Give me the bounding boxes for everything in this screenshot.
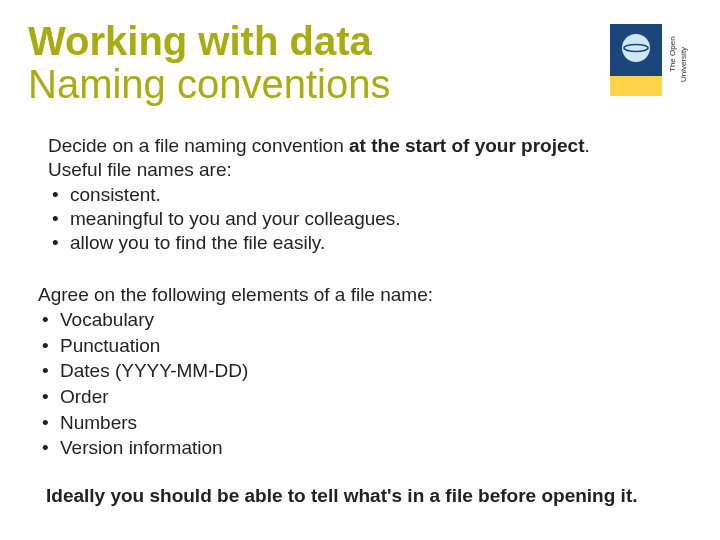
list-item: Punctuation bbox=[38, 333, 678, 359]
list-item: Dates (YYYY-MM-DD) bbox=[38, 358, 678, 384]
section-useful-names: Decide on a file naming convention at th… bbox=[48, 134, 688, 256]
list-item: consistent. bbox=[48, 183, 688, 207]
svg-rect-3 bbox=[610, 76, 662, 96]
svg-point-1 bbox=[622, 34, 650, 62]
list-item: meaningful to you and your colleagues. bbox=[48, 207, 688, 231]
title-line-2: Naming conventions bbox=[28, 62, 390, 106]
list-item: Vocabulary bbox=[38, 307, 678, 333]
open-university-logo-icon: The Open University bbox=[610, 24, 692, 100]
header: Working with data Naming conventions The… bbox=[28, 18, 692, 106]
elements-bullets: Vocabulary Punctuation Dates (YYYY-MM-DD… bbox=[38, 307, 678, 461]
intro-strong: at the start of your project bbox=[349, 135, 584, 156]
intro-line: Decide on a file naming convention at th… bbox=[48, 134, 688, 158]
svg-text:University: University bbox=[679, 47, 688, 82]
slide: Working with data Naming conventions The… bbox=[0, 0, 720, 540]
list-item: Order bbox=[38, 384, 678, 410]
section-elements: Agree on the following elements of a fil… bbox=[38, 282, 678, 461]
intro-post: . bbox=[584, 135, 589, 156]
title-line-1: Working with data bbox=[28, 20, 390, 62]
useful-line: Useful file names are: bbox=[48, 158, 688, 182]
svg-text:The Open: The Open bbox=[668, 36, 677, 72]
list-item: allow you to find the file easily. bbox=[48, 231, 688, 255]
list-item: Numbers bbox=[38, 410, 678, 436]
title-block: Working with data Naming conventions bbox=[28, 18, 390, 106]
intro-pre: Decide on a file naming convention bbox=[48, 135, 349, 156]
useful-bullets: consistent. meaningful to you and your c… bbox=[48, 183, 688, 256]
list-item: Version information bbox=[38, 435, 678, 461]
elements-intro: Agree on the following elements of a fil… bbox=[38, 282, 678, 308]
closing-line: Ideally you should be able to tell what'… bbox=[46, 485, 692, 507]
